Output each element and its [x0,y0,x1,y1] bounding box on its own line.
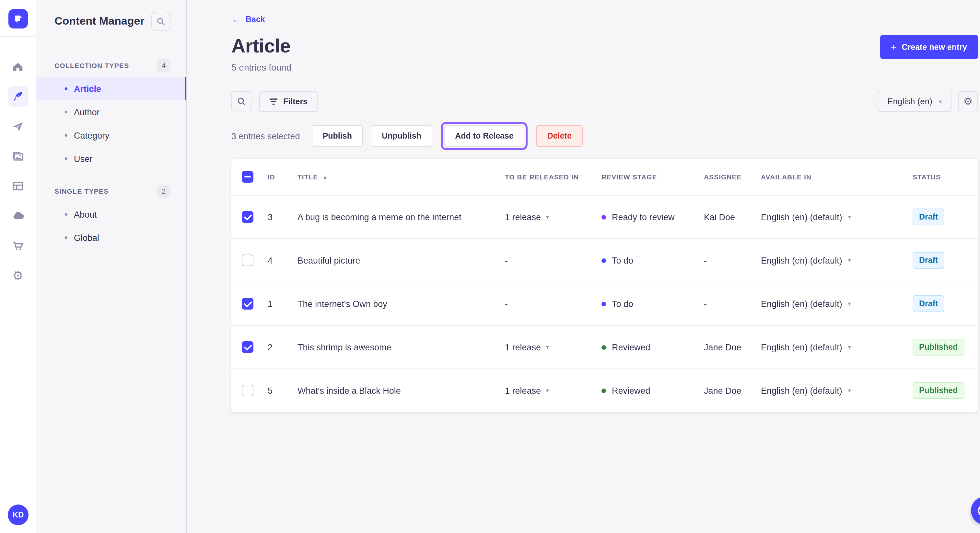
sidebar-item-label: Category [74,130,110,140]
filters-button[interactable]: Filters [259,91,317,112]
sidebar-item-label: About [74,209,97,219]
cell-review-stage: To do [601,299,704,309]
search-icon [237,97,246,106]
main-content: ← Back Article 5 entries found + Create … [187,0,980,533]
rail-item-deploy[interactable] [8,205,28,226]
select-all-checkbox[interactable] [242,171,253,182]
cell-available-in-dropdown[interactable]: English (en) (default) ▾ [761,255,913,265]
cell-available-in-dropdown[interactable]: English (en) (default) ▾ [761,212,913,222]
cell-review-stage: Reviewed [601,385,704,395]
column-header-available-in: AVAILABLE IN [761,173,913,181]
column-header-id: ID [268,173,298,181]
cell-title: A bug is becoming a meme on the internet [298,212,505,222]
help-question-icon: ? [978,504,980,517]
row-checkbox[interactable] [242,254,253,266]
single-types-header: SINGLE TYPES 2 [36,179,186,203]
back-label: Back [246,15,265,24]
row-checkbox[interactable] [242,211,253,223]
view-settings-button[interactable]: ⚙ [958,91,978,111]
chevron-down-icon: ▾ [546,344,549,351]
stage-label: Reviewed [612,342,651,352]
stage-dot-icon [601,215,606,219]
rail-item-settings[interactable]: ⚙ [8,265,28,286]
delete-button[interactable]: Delete [536,125,583,147]
locale-value: English (en) [887,97,932,106]
back-link[interactable]: ← Back [231,14,265,25]
unpublish-button[interactable]: Unpublish [371,125,432,147]
selection-count-text: 3 entries selected [231,131,300,141]
content-manager-subnav: Content Manager COLLECTION TYPES 4 Artic… [36,0,187,533]
stage-label: Reviewed [612,385,651,395]
status-badge: Draft [913,252,944,269]
sidebar-item-user[interactable]: User [36,147,186,170]
cell-title: This shrimp is awesome [298,342,505,352]
rail-item-content-manager[interactable] [8,86,28,107]
sidebar-item-label: Article [74,84,101,94]
strapi-logo[interactable] [8,9,27,29]
row-checkbox[interactable] [242,298,253,309]
cell-id: 1 [268,299,298,309]
create-new-entry-button[interactable]: + Create new entry [880,35,978,59]
user-avatar[interactable]: KD [8,504,29,525]
cell-available-in-dropdown[interactable]: English (en) (default) ▾ [761,342,913,352]
table-row[interactable]: 4 Beautiful picture - To do - English (e… [231,238,978,282]
rail-item-home[interactable] [8,56,28,77]
rail-item-marketplace[interactable] [8,235,28,256]
status-badge: Draft [913,295,944,312]
sidebar-item-author[interactable]: Author [36,100,186,124]
search-icon [156,17,165,26]
table-row[interactable]: 3 A bug is becoming a meme on the intern… [231,195,978,238]
subnav-search-button[interactable] [151,12,170,31]
rail-item-content-type-builder[interactable] [8,176,28,196]
section-count-badge: 4 [157,59,170,72]
rail-item-releases[interactable] [8,116,28,136]
filters-label: Filters [283,97,307,106]
row-checkbox[interactable] [242,385,253,397]
cell-available-in-dropdown[interactable]: English (en) (default) ▾ [761,385,913,395]
locale-select[interactable]: English (en) ▾ [878,90,951,112]
sidebar-item-global[interactable]: Global [36,226,186,249]
column-header-title[interactable]: TITLE ▲ [298,173,505,181]
help-button[interactable]: ? [971,497,980,525]
stage-dot-icon [601,301,606,306]
table-row[interactable]: 1 The internet's Own boy - To do - Engli… [231,282,978,325]
search-entries-button[interactable] [231,91,251,111]
available-value: English (en) (default) [761,212,842,222]
available-value: English (en) (default) [761,255,842,265]
sidebar-item-category[interactable]: Category [36,124,186,147]
cell-release-dropdown[interactable]: 1 release ▾ [505,342,601,352]
release-value: 1 release [505,385,541,395]
row-checkbox[interactable] [242,341,253,353]
cell-assignee: - [704,255,761,265]
column-header-review-stage: REVIEW STAGE [601,173,704,181]
available-value: English (en) (default) [761,385,842,395]
cloud-icon [11,209,24,222]
release-value: 1 release [505,212,541,222]
column-header-title-label: TITLE [298,173,318,181]
sidebar-item-label: User [74,154,92,163]
cell-available-in-dropdown[interactable]: English (en) (default) ▾ [761,299,913,309]
sidebar-item-article[interactable]: Article [36,77,186,100]
entries-table: ID TITLE ▲ TO BE RELEASED IN REVIEW STAG… [231,159,978,412]
stage-label: To do [612,299,633,309]
bullet-icon [65,111,67,113]
column-header-assignee: ASSIGNEE [704,173,761,181]
publish-button[interactable]: Publish [312,125,363,147]
bullet-icon [65,213,67,216]
section-label: COLLECTION TYPES [54,62,129,69]
chevron-down-icon: ▾ [939,98,942,105]
table-row[interactable]: 5 What's inside a Black Hole 1 release ▾… [231,368,978,412]
sidebar-item-about[interactable]: About [36,203,186,226]
add-to-release-button[interactable]: Add to Release [444,125,525,147]
nav-rail: ⚙ KD [0,0,36,533]
table-row[interactable]: 2 This shrimp is awesome 1 release ▾ Rev… [231,325,978,368]
stage-dot-icon [601,345,606,349]
available-value: English (en) (default) [761,342,842,352]
cell-release-dropdown[interactable]: 1 release ▾ [505,212,601,222]
column-header-status: STATUS [913,173,978,181]
rail-item-media-library[interactable] [8,146,28,167]
cell-title: Beautiful picture [298,255,505,265]
cell-id: 2 [268,342,298,352]
cell-release-dropdown[interactable]: 1 release ▾ [505,385,601,395]
gear-icon: ⚙ [964,96,973,106]
